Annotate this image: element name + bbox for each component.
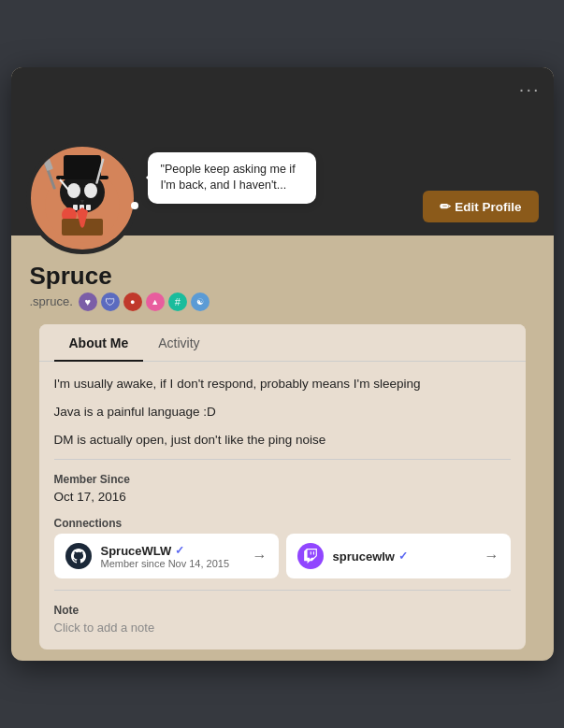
about-line-1: I'm usually awake, if I don't respond, p… [54,375,511,393]
badge-nitro: ♥ [79,293,97,311]
twitch-arrow: → [484,548,499,564]
badge-triangle: ▲ [146,293,165,311]
avatar-area: "People keep asking me if I'm back, and … [26,142,316,254]
banner-menu-button[interactable]: ··· [519,79,541,100]
bubble-dot [131,202,138,209]
tabs-header: About Me Activity [39,324,526,362]
tab-about-me-content: I'm usually awake, if I don't respond, p… [39,362,526,650]
badges: ♥ 🛡 ● ▲ # ☯ [79,293,210,311]
note-placeholder[interactable]: Click to add a note [54,621,511,635]
connections-label: Connections [54,517,511,530]
note-section: Note Click to add a note [54,604,511,635]
about-line-3: DM is actually open, just don't like the… [54,431,511,450]
banner: ··· [11,67,554,236]
svg-rect-8 [64,155,101,178]
handle-row: .spruce. ♥ 🛡 ● ▲ # ☯ [30,293,535,311]
connections-list: SpruceWLW ✓ Member since Nov 14, 2015 → [54,534,511,578]
steam-arrow: → [253,548,268,564]
twitch-connection-details: sprucewlw ✓ [333,550,475,564]
tab-about-me[interactable]: About Me [54,324,144,362]
edit-profile-button[interactable]: ✏ Edit Profile [423,191,538,222]
badge-yin-yang: ☯ [191,293,210,311]
about-line-2: Java is a painful language :D [54,403,511,421]
speech-bubble-text: "People keep asking me if I'm back, and … [161,163,296,193]
tabs-section: About Me Activity I'm usually awake, if … [39,324,526,650]
speech-bubble: "People keep asking me if I'm back, and … [148,152,316,204]
tab-activity[interactable]: Activity [143,324,214,362]
badge-hash: # [168,293,187,311]
twitch-connection[interactable]: sprucewlw ✓ → [286,534,511,578]
badge-shield: 🛡 [101,293,120,311]
avatar-image [36,151,129,245]
twitch-username: sprucewlw ✓ [333,550,475,564]
member-since-value: Oct 17, 2016 [54,490,511,504]
svg-point-2 [67,183,80,198]
svg-rect-6 [86,205,91,210]
steam-username: SpruceWLW ✓ [101,544,243,558]
note-label: Note [54,604,511,617]
steam-connection[interactable]: SpruceWLW ✓ Member since Nov 14, 2015 → [54,534,279,578]
profile-card: ··· [11,67,554,662]
divider-1 [54,459,511,460]
username: Spruce [30,262,535,291]
divider-2 [54,590,511,591]
steam-verified-check: ✓ [175,544,184,557]
profile-info: Spruce .spruce. ♥ 🛡 ● ▲ # ☯ About Me Act… [11,236,554,650]
twitch-verified-check: ✓ [398,550,408,563]
member-since-label: Member Since [54,473,511,486]
badge-circle: ● [123,293,142,311]
handle: .spruce. [30,294,73,308]
steam-connection-details: SpruceWLW ✓ Member since Nov 14, 2015 [101,544,243,569]
svg-point-3 [84,183,97,198]
avatar [26,142,138,254]
steam-sub: Member since Nov 14, 2015 [101,558,243,569]
twitch-icon [297,543,324,569]
steam-icon [65,543,92,569]
